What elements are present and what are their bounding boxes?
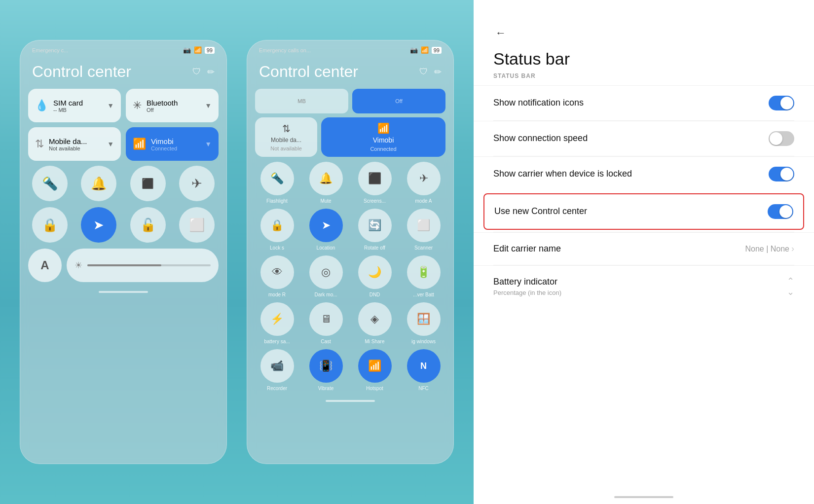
font-btn[interactable]: A [28, 249, 62, 282]
p2-scanner-label: Scanner [414, 245, 433, 251]
phone2-status-icons: 📷 📶 99 [410, 46, 442, 54]
back-button[interactable]: ← [493, 25, 508, 41]
p2-wifi-icon: 📶 [377, 122, 390, 134]
shield2-icon: 🛡 [419, 67, 428, 77]
sim-chevron: ▼ [107, 102, 114, 109]
p2-rotate-btn[interactable]: 🔄 [358, 209, 392, 242]
connection-speed-knob [770, 132, 782, 145]
phone1-bt-tile[interactable]: ✳ Bluetooth Off ▼ [126, 89, 219, 122]
settings-item-battery[interactable]: Battery indicator Percentage (in the ico… [474, 265, 814, 307]
location-btn[interactable]: ➤ [81, 207, 116, 243]
p2-screen-btn[interactable]: ⬛ [358, 162, 392, 195]
p2-eye-btn[interactable]: 👁 [260, 255, 294, 289]
flashlight-btn[interactable]: 🔦 [32, 166, 68, 201]
p2-scanner-btn[interactable]: ⬜ [407, 209, 441, 242]
phone2-cc-title: Control center [259, 63, 358, 81]
notification-icons-toggle[interactable] [769, 96, 794, 110]
brightness-slider[interactable]: ☀ [67, 249, 219, 282]
battery-icon: 99 [205, 47, 215, 54]
phone2-header-icons: 🛡 ✏ [419, 67, 442, 77]
phone1-header-icons: 🛡 ✏ [192, 67, 215, 77]
phone1-sim-tile[interactable]: 💧 SIM card -- MB ▼ [28, 89, 121, 122]
p2-recorder-btn[interactable]: 📹 [260, 349, 294, 383]
p2-lock-label: Lock s [270, 245, 284, 251]
p2-mute-label: Mute [320, 198, 331, 204]
p2-mobile-icon: ⇅ [282, 123, 291, 135]
p2-grid-item-lock: 🔒 Lock s [255, 209, 299, 251]
p2-grid-item-mute: 🔔 Mute [304, 162, 348, 204]
settings-panel: ← Status bar STATUS BAR Show notificatio… [474, 0, 814, 504]
new-cc-label: Use new Control center [494, 205, 692, 217]
phone1-bottom-tiles: ⇅ Mobile da... Not available ▼ 📶 Vimobi … [28, 127, 219, 161]
p2-nfc-btn[interactable]: N [407, 349, 441, 383]
edit-carrier-value: None | None › [745, 244, 794, 254]
phone1-cc-header: Control center 🛡 ✏ [20, 58, 226, 89]
p2-grid-item-mode: ✈ mode A [402, 162, 445, 204]
brightness-icon: ☀ [74, 260, 82, 271]
settings-bottom-bar [614, 496, 673, 498]
settings-header: ← [474, 0, 814, 49]
sim-tile-sub: -- MB [53, 107, 83, 113]
p2-dnd-btn[interactable]: 🌙 [358, 255, 392, 289]
carrier-toggle[interactable] [769, 167, 794, 181]
p2-mobile-tile[interactable]: ⇅ Mobile da... Not available [255, 117, 317, 157]
p2-grid-item-nfc: N NFC [402, 349, 445, 391]
p2-mishare-btn[interactable]: ◈ [358, 302, 392, 336]
p2-recorder-label: Recorder [267, 386, 287, 391]
p2-hotspot-btn[interactable]: 📶 [358, 349, 392, 383]
p2-wifi-tile[interactable]: 📶 Vimobi Connected [321, 117, 445, 157]
settings-section-label: STATUS BAR [474, 72, 814, 85]
p2-flashlight-label: Flashlight [266, 198, 288, 204]
p2-dark-btn[interactable]: ◎ [309, 255, 343, 289]
settings-title: Status bar [493, 49, 794, 69]
p2-grid-item-vibrate: 📳 Vibrate [304, 349, 348, 391]
mute-btn[interactable]: 🔔 [81, 166, 116, 201]
p2-mute-btn[interactable]: 🔔 [309, 162, 343, 195]
wifi-chevron: ▼ [205, 140, 212, 148]
p2-grid-item-eye: 👁 mode R [255, 255, 299, 297]
new-cc-toggle[interactable] [768, 204, 793, 219]
screen-btn[interactable]: ⬛ [130, 166, 166, 201]
p2-grid-item-flashlight: 🔦 Flashlight [255, 162, 299, 204]
p2-dark-label: Dark mo... [314, 292, 337, 297]
mobile-icon: ⇅ [35, 138, 44, 150]
phone1-wifi-tile[interactable]: 📶 Vimobi Connected ▼ [126, 127, 219, 161]
p2-location-btn[interactable]: ➤ [309, 209, 343, 242]
phone2-content: MB Off ⇅ Mobile da... Not available 📶 Vi… [247, 89, 453, 402]
p2-flashlight-btn[interactable]: 🔦 [260, 162, 294, 195]
phone2-conn-row: ⇅ Mobile da... Not available 📶 Vimobi Co… [255, 117, 445, 157]
slider-fill [87, 264, 161, 266]
camera-icon: 📷 [183, 46, 191, 54]
p2-mobile-name: Mobile da... [271, 137, 301, 144]
battery-indicator-text: Battery indicator Percentage (in the ico… [493, 276, 561, 296]
p2-eye-label: mode R [268, 292, 286, 297]
p2-mode-label: mode A [415, 198, 432, 204]
phone1-mobile-tile[interactable]: ⇅ Mobile da... Not available ▼ [28, 127, 121, 161]
p2-cast-btn[interactable]: 🖥 [309, 302, 343, 336]
slider-track [87, 264, 211, 266]
bt-chevron: ▼ [205, 102, 212, 109]
p2-grid-item-bsave: ⚡ battery sa... [255, 302, 299, 344]
scan-btn[interactable]: ⬜ [179, 207, 215, 243]
settings-item-new-cc: Use new Control center [483, 193, 804, 230]
airplane-btn[interactable]: ✈ [179, 166, 215, 201]
p2-vibrate-btn[interactable]: 📳 [309, 349, 343, 383]
p2-windows-btn[interactable]: 🪟 [407, 302, 441, 336]
p2-mode-btn[interactable]: ✈ [407, 162, 441, 195]
settings-item-edit-carrier[interactable]: Edit carrier name None | None › [474, 232, 814, 265]
phone2-emergency-text: Emergency calls on... [259, 47, 311, 53]
carrier-knob [780, 168, 793, 180]
connection-speed-toggle[interactable] [769, 131, 794, 146]
settings-item-connection-speed: Show connection speed [474, 121, 814, 156]
bat2-icon: 99 [432, 47, 442, 54]
rotate-btn[interactable]: 🔓 [130, 207, 166, 243]
p2-batt-btn[interactable]: 🔋 [407, 255, 441, 289]
bt-icon: ✳ [133, 99, 142, 112]
sim-tile-name: SIM card [53, 99, 83, 107]
p2-partial-tile1: MB [255, 89, 348, 113]
p2-bsave-btn[interactable]: ⚡ [260, 302, 294, 336]
lock-btn[interactable]: 🔒 [32, 207, 68, 243]
p2-lock-btn[interactable]: 🔒 [260, 209, 294, 242]
sim-icon: 💧 [35, 99, 48, 112]
phone2-status-bar: Emergency calls on... 📷 📶 99 [247, 40, 453, 58]
